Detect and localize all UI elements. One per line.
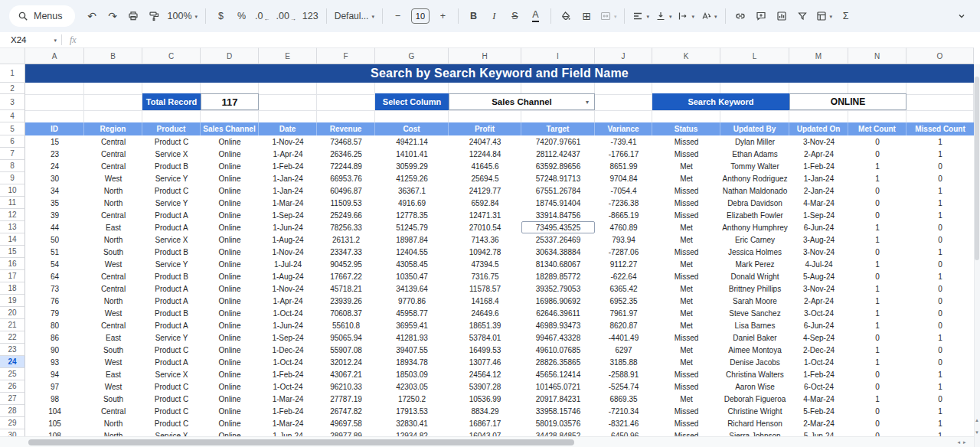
cell[interactable]: 1 [906, 246, 974, 258]
decrease-decimals-button[interactable]: .0← [253, 6, 272, 26]
column-header-J[interactable]: J [595, 47, 652, 64]
format-percent-button[interactable]: % [232, 6, 251, 26]
cell[interactable]: 86 [25, 331, 84, 344]
cell[interactable]: 73495.43525 [521, 221, 595, 233]
cell[interactable]: 1-Mar-24 [259, 197, 317, 209]
cell[interactable]: 1-Apr-24 [259, 295, 317, 307]
font-button[interactable]: Defaul...▾ [332, 6, 377, 26]
cell[interactable]: Online [201, 307, 259, 319]
cell[interactable]: 1 [906, 380, 974, 393]
cell[interactable]: Met [652, 319, 720, 331]
row-header-25[interactable]: 25 [0, 368, 25, 380]
cell[interactable]: 0 [848, 380, 906, 393]
cell[interactable]: 1 [848, 172, 906, 184]
cell[interactable]: Donald Wright [720, 270, 789, 282]
scroll-left-icon[interactable]: ◂ [957, 439, 960, 445]
cell[interactable]: 13077.46 [449, 356, 521, 368]
cell[interactable]: 7316.75 [449, 270, 521, 282]
cell[interactable]: 27787.19 [317, 393, 375, 405]
cell[interactable]: 16986.90692 [521, 295, 595, 307]
cell[interactable]: 6869.35 [595, 393, 652, 405]
cell[interactable]: 49697.58 [317, 417, 375, 429]
cell[interactable]: 18651.39 [449, 319, 521, 331]
cell[interactable]: Jessica Holmes [720, 246, 789, 258]
cell[interactable]: 95065.94 [317, 331, 375, 344]
cell[interactable]: 42303.05 [375, 380, 449, 393]
column-header-B[interactable]: B [84, 47, 142, 64]
fill-color-button[interactable] [557, 6, 576, 26]
cell[interactable]: 1 [906, 368, 974, 380]
row-header-4[interactable]: 4 [0, 110, 25, 122]
cell[interactable]: Anthony Rodriguez [720, 172, 789, 184]
cell[interactable]: 79 [25, 307, 84, 319]
scroll-left-right-buttons[interactable]: ◂▸ [949, 436, 974, 447]
cell[interactable]: 60496.87 [317, 184, 375, 197]
cell[interactable]: Online [201, 270, 259, 282]
cell[interactable]: East [84, 331, 142, 344]
cell[interactable]: 105 [25, 417, 84, 429]
cell[interactable]: 1 [848, 233, 906, 246]
row-header-5[interactable]: 5 [0, 122, 25, 135]
row-header-13[interactable]: 13 [0, 221, 25, 233]
row-header-26[interactable]: 26 [0, 380, 25, 393]
cell[interactable]: West [84, 380, 142, 393]
cell[interactable]: 0 [848, 246, 906, 258]
cell[interactable]: 0 [906, 172, 974, 184]
cell[interactable]: Online [201, 319, 259, 331]
cell[interactable]: 1-Sep-24 [259, 331, 317, 344]
cell[interactable]: 0 [906, 356, 974, 368]
cell[interactable]: 1-Jun-24 [259, 221, 317, 233]
cell[interactable]: Missed [652, 184, 720, 197]
cell[interactable]: 32012.24 [317, 356, 375, 368]
cell[interactable]: 57248.91713 [521, 172, 595, 184]
table-header-missed-count[interactable]: Missed Count [906, 122, 974, 135]
column-header-C[interactable]: C [142, 47, 201, 64]
cell[interactable]: 96210.33 [317, 380, 375, 393]
cell[interactable]: 3-Nov-24 [789, 246, 848, 258]
cell[interactable]: Online [201, 331, 259, 344]
fx-icon[interactable]: fx [70, 34, 77, 46]
scroll-right-icon[interactable]: ▸ [963, 439, 966, 445]
cell[interactable]: Product C [142, 344, 201, 356]
cell[interactable]: Missed [652, 197, 720, 209]
cell[interactable]: 4916.69 [375, 197, 449, 209]
cell[interactable]: Central [84, 319, 142, 331]
horizontal-align-button[interactable]: ▾ [630, 6, 652, 26]
cell[interactable]: 74207.97661 [521, 135, 595, 148]
cell[interactable]: 28826.35865 [521, 356, 595, 368]
cell[interactable]: 23 [25, 148, 84, 160]
cell[interactable]: Product C [142, 405, 201, 417]
cell[interactable]: 0 [848, 209, 906, 221]
insert-comment-button[interactable] [752, 6, 771, 26]
cell[interactable]: Met [652, 172, 720, 184]
cell[interactable]: North [84, 233, 142, 246]
cell[interactable]: 64 [25, 270, 84, 282]
cell[interactable]: Missed [652, 135, 720, 148]
cell[interactable]: 0 [906, 307, 974, 319]
select-column-dropdown[interactable]: Sales Channel ▾ [449, 93, 595, 110]
table-header-sales-channel[interactable]: Sales Channel [201, 122, 259, 135]
cell[interactable]: 0 [906, 393, 974, 405]
cell[interactable]: 1 [906, 197, 974, 209]
cell[interactable]: 1-Mar-24 [259, 393, 317, 405]
cell[interactable]: 0 [906, 282, 974, 295]
title-banner-cell[interactable]: Search by Search Keyword and Field Name [25, 64, 974, 83]
cell[interactable]: 1-Oct-24 [259, 307, 317, 319]
cell[interactable]: 30634.38884 [521, 246, 595, 258]
cell[interactable]: 80 [25, 319, 84, 331]
cell[interactable]: 6592.84 [449, 197, 521, 209]
cell[interactable]: 1 [848, 160, 906, 172]
cell[interactable]: 7961.97 [595, 307, 652, 319]
cell[interactable]: 1-Apr-24 [259, 148, 317, 160]
row-header-15[interactable]: 15 [0, 246, 25, 258]
cell[interactable]: Missed [652, 405, 720, 417]
cell[interactable]: 14101.41 [375, 148, 449, 160]
row-header-29[interactable]: 29 [0, 417, 25, 429]
cell[interactable]: 53784.01 [449, 331, 521, 344]
cell[interactable]: 8834.29 [449, 405, 521, 417]
cell[interactable]: Online [201, 380, 259, 393]
row-header-22[interactable]: 22 [0, 331, 25, 344]
cell[interactable]: 0 [848, 405, 906, 417]
cell[interactable]: 17667.22 [317, 270, 375, 282]
cell[interactable]: Online [201, 282, 259, 295]
